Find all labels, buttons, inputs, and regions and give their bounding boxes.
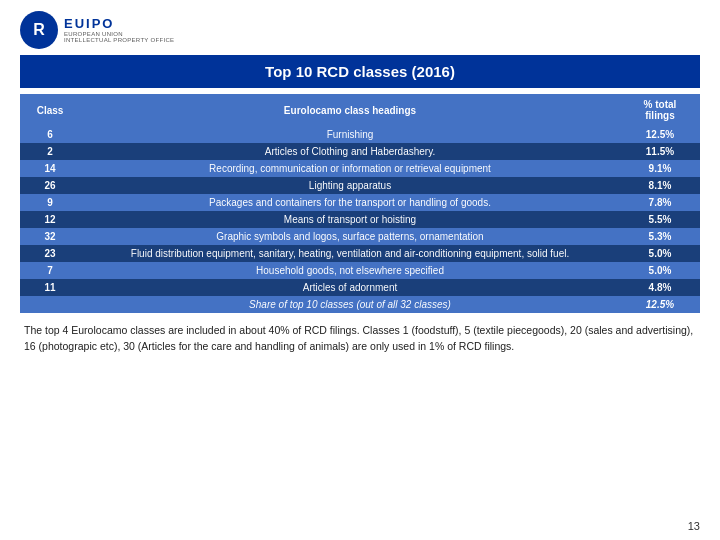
cell-percent: 4.8%: [620, 279, 700, 296]
cell-description: Fluid distribution equipment, sanitary, …: [80, 245, 620, 262]
table-footer-row: Share of top 10 classes (out of all 32 c…: [20, 296, 700, 313]
note-text-content: The top 4 Eurolocamo classes are include…: [24, 324, 693, 352]
footer-note: The top 4 Eurolocamo classes are include…: [20, 323, 700, 355]
cell-description: Packages and containers for the transpor…: [80, 194, 620, 211]
cell-class: 32: [20, 228, 80, 245]
cell-percent: 5.3%: [620, 228, 700, 245]
page-number: 13: [688, 520, 700, 532]
cell-class: 11: [20, 279, 80, 296]
cell-description: Articles of Clothing and Haberdashery.: [80, 143, 620, 160]
table-row: 9Packages and containers for the transpo…: [20, 194, 700, 211]
rcd-table: Class Eurolocamo class headings % total …: [20, 94, 700, 313]
col-header-description: Eurolocamo class headings: [80, 94, 620, 126]
table-row: 12Means of transport or hoisting5.5%: [20, 211, 700, 228]
cell-percent: 8.1%: [620, 177, 700, 194]
logo-circle: R: [20, 11, 58, 49]
footer-class-cell: [20, 296, 80, 313]
table-row: 14Recording, communication or informatio…: [20, 160, 700, 177]
cell-class: 7: [20, 262, 80, 279]
cell-percent: 5.0%: [620, 245, 700, 262]
main-content: Top 10 RCD classes (2016) Class Euroloca…: [0, 55, 720, 355]
footer-description-cell: Share of top 10 classes (out of all 32 c…: [80, 296, 620, 313]
table-row: 11Articles of adornment4.8%: [20, 279, 700, 296]
cell-class: 12: [20, 211, 80, 228]
cell-class: 14: [20, 160, 80, 177]
cell-percent: 5.0%: [620, 262, 700, 279]
cell-description: Household goods, not elsewhere specified: [80, 262, 620, 279]
table-row: 2Articles of Clothing and Haberdashery.1…: [20, 143, 700, 160]
section-title: Top 10 RCD classes (2016): [20, 55, 700, 88]
table-row: 26Lighting apparatus8.1%: [20, 177, 700, 194]
header: R EUIPO EUROPEAN UNIONINTELLECTUAL PROPE…: [0, 0, 720, 55]
col-header-percent: % total filings: [620, 94, 700, 126]
cell-class: 6: [20, 126, 80, 143]
table-row: 7Household goods, not elsewhere specifie…: [20, 262, 700, 279]
table-row: 6Furnishing12.5%: [20, 126, 700, 143]
cell-percent: 11.5%: [620, 143, 700, 160]
logo-r-letter: R: [33, 21, 45, 39]
cell-class: 9: [20, 194, 80, 211]
table-row: 23Fluid distribution equipment, sanitary…: [20, 245, 700, 262]
logo-text: EUIPO EUROPEAN UNIONINTELLECTUAL PROPERT…: [64, 16, 174, 43]
cell-percent: 7.8%: [620, 194, 700, 211]
cell-percent: 5.5%: [620, 211, 700, 228]
cell-percent: 9.1%: [620, 160, 700, 177]
col-header-class: Class: [20, 94, 80, 126]
cell-class: 23: [20, 245, 80, 262]
footer-percent-cell: 12.5%: [620, 296, 700, 313]
cell-percent: 12.5%: [620, 126, 700, 143]
cell-class: 2: [20, 143, 80, 160]
cell-description: Furnishing: [80, 126, 620, 143]
cell-description: Graphic symbols and logos, surface patte…: [80, 228, 620, 245]
table-row: 32Graphic symbols and logos, surface pat…: [20, 228, 700, 245]
logo-name: EUIPO: [64, 16, 174, 31]
cell-description: Lighting apparatus: [80, 177, 620, 194]
cell-class: 26: [20, 177, 80, 194]
cell-description: Articles of adornment: [80, 279, 620, 296]
logo-subtitle: EUROPEAN UNIONINTELLECTUAL PROPERTY OFFI…: [64, 31, 174, 43]
cell-description: Recording, communication or information …: [80, 160, 620, 177]
cell-description: Means of transport or hoisting: [80, 211, 620, 228]
